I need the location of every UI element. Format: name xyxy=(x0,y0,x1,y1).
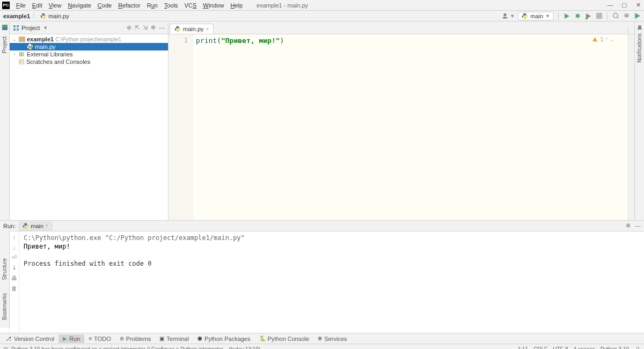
tab-version-control[interactable]: ⎇Version Control xyxy=(1,335,58,343)
warning-icon xyxy=(592,37,598,42)
svg-rect-9 xyxy=(13,28,16,31)
notifications-icon[interactable] xyxy=(636,25,643,31)
todo-icon: ≡ xyxy=(89,336,92,341)
close-button[interactable]: ✕ xyxy=(634,1,642,9)
run-anything-button[interactable] xyxy=(633,12,641,20)
menu-vcs[interactable]: VCS xyxy=(181,1,200,10)
soft-wrap-icon[interactable]: ⏎ xyxy=(11,254,18,261)
editor-tab-main[interactable]: main.py × xyxy=(170,24,214,34)
inspection-badge[interactable]: 1 ⌃ ⌄ xyxy=(592,37,613,42)
tab-problems[interactable]: ⊘Problems xyxy=(115,335,155,343)
run-icon: ▶ xyxy=(63,336,67,341)
add-config-button[interactable]: ▼ xyxy=(501,12,515,20)
bookmarks-label[interactable]: Bookmarks xyxy=(2,291,8,322)
run-config-selector[interactable]: main ▼ xyxy=(518,12,554,20)
project-tool-label[interactable]: Project xyxy=(2,34,8,55)
status-interpreter[interactable]: Python 3.10 xyxy=(601,346,629,349)
breadcrumb: example1 〉 main.py xyxy=(3,12,69,20)
svg-rect-13 xyxy=(23,52,24,56)
breadcrumb-project[interactable]: example1 xyxy=(3,13,30,19)
locate-icon[interactable]: ⊕ xyxy=(127,24,131,31)
project-tool-icon[interactable] xyxy=(2,25,8,30)
menu-tools[interactable]: Tools xyxy=(161,1,181,10)
editor-tab-label: main.py xyxy=(183,26,204,32)
status-message[interactable]: Python 3.10 has been configured as a pro… xyxy=(11,346,260,349)
menu-file[interactable]: File xyxy=(13,1,29,10)
editor-scroll-marker[interactable] xyxy=(628,34,634,220)
library-icon xyxy=(19,51,25,57)
menu-help[interactable]: Help xyxy=(227,1,246,10)
structure-label[interactable]: Structure xyxy=(2,256,8,282)
editor-options-icon[interactable]: ⋮ xyxy=(625,27,634,34)
code-fn: print xyxy=(196,37,217,45)
maximize-button[interactable]: ▢ xyxy=(620,1,628,9)
scroll-end-icon[interactable]: ⤓ xyxy=(11,264,18,271)
tree-file-label: main.py xyxy=(35,43,56,50)
run-tab[interactable]: main × xyxy=(19,222,52,230)
svg-rect-14 xyxy=(19,60,24,64)
status-caret-pos[interactable]: 1:11 xyxy=(518,346,528,349)
status-indent[interactable]: 4 spaces xyxy=(574,346,595,349)
editor-body[interactable]: 1 print("Привет, мир!") 1 ⌃ ⌄ xyxy=(169,34,634,220)
run-button[interactable] xyxy=(563,12,570,20)
status-encoding[interactable]: UTF-8 xyxy=(553,346,568,349)
menu-navigate[interactable]: Navigate xyxy=(64,1,94,10)
left-tool-strip: Project xyxy=(0,21,10,220)
svg-rect-7 xyxy=(13,25,16,27)
svg-rect-3 xyxy=(586,18,588,19)
right-tool-strip: Notifications xyxy=(634,21,644,220)
clear-icon[interactable]: 🗑 xyxy=(11,285,18,292)
project-panel-header: Project ▼ ⊕ ⇱ ⇲ ✻ — xyxy=(10,21,168,34)
menu-edit[interactable]: Edit xyxy=(29,1,46,10)
tab-terminal[interactable]: ▣Terminal xyxy=(155,335,193,343)
tree-external-libs[interactable]: › External Libraries xyxy=(10,50,168,58)
tree-root-path: C:\Python project\example1 xyxy=(55,37,121,42)
notifications-label[interactable]: Notifications xyxy=(636,31,642,64)
status-window-icon[interactable]: ◫ xyxy=(3,346,8,349)
run-coverage-button[interactable] xyxy=(584,12,592,20)
python-icon xyxy=(23,223,29,229)
up-icon[interactable]: ↑ xyxy=(11,234,18,241)
panel-hide-icon[interactable]: — xyxy=(159,24,165,31)
tab-run[interactable]: ▶Run xyxy=(58,335,84,343)
run-panel: Run: main × ✻ — 🔧 ⊟ 📌 ↑ ↓ ⏎ ⤓ 🖶 🗑 xyxy=(0,220,644,333)
debug-button[interactable] xyxy=(574,12,581,20)
settings-button[interactable] xyxy=(623,12,630,20)
breadcrumb-separator: 〉 xyxy=(32,12,38,20)
minimize-button[interactable]: — xyxy=(606,1,614,9)
run-hide-icon[interactable]: — xyxy=(635,222,641,229)
python-file-icon xyxy=(40,13,47,19)
menu-window[interactable]: Window xyxy=(200,1,227,10)
tree-root-name: example1 xyxy=(27,36,54,42)
tab-python-packages[interactable]: ⬢Python Packages xyxy=(193,335,255,343)
status-line-sep[interactable]: CRLF xyxy=(533,346,547,349)
stop-button[interactable] xyxy=(595,12,603,20)
tab-todo[interactable]: ≡TODO xyxy=(84,335,115,343)
search-everywhere-button[interactable] xyxy=(612,12,619,20)
window-title: example1 - main.py xyxy=(257,2,308,9)
menu-code[interactable]: Code xyxy=(94,1,115,10)
code-area[interactable]: print("Привет, мир!") 1 ⌃ ⌄ xyxy=(193,34,628,220)
expand-all-icon[interactable]: ⇱ xyxy=(135,24,140,31)
editor-area: main.py × ⋮ 1 print("Привет, мир!") 1 ⌃ … xyxy=(169,21,634,220)
panel-settings-icon[interactable]: ✻ xyxy=(151,24,156,31)
menu-refactor[interactable]: Refactor xyxy=(115,1,144,10)
breadcrumb-file[interactable]: main.py xyxy=(40,13,69,19)
tree-file-main[interactable]: main.py xyxy=(10,43,168,50)
menu-view[interactable]: View xyxy=(46,1,65,10)
run-panel-label: Run: xyxy=(3,223,16,229)
run-settings-icon[interactable]: ✻ xyxy=(626,222,631,229)
print-icon[interactable]: 🖶 xyxy=(11,274,18,281)
tab-python-console[interactable]: 🐍Python Console xyxy=(255,335,314,343)
console-output[interactable]: C:\Python\python.exe "C:/Python project/… xyxy=(19,231,644,333)
tree-root[interactable]: ⌄ example1 C:\Python project\example1 xyxy=(10,35,168,43)
down-icon[interactable]: ↓ xyxy=(11,244,18,251)
menu-run[interactable]: Run xyxy=(144,1,161,10)
svg-point-0 xyxy=(42,13,43,14)
problems-icon: ⊘ xyxy=(120,336,124,341)
tab-services[interactable]: ✻Services xyxy=(313,335,351,343)
status-lock-icon[interactable]: 🔒 xyxy=(634,346,641,349)
collapse-all-icon[interactable]: ⇲ xyxy=(143,24,148,31)
close-tab-icon[interactable]: × xyxy=(206,26,209,32)
tree-scratches[interactable]: Scratches and Consoles xyxy=(10,58,168,66)
